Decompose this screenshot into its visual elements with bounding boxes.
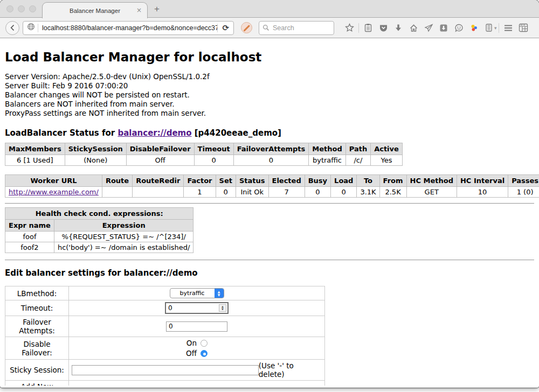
col-elected: Elected [268, 175, 305, 187]
new-tab-button[interactable]: + [154, 4, 160, 13]
health-check-row: foof2 hc('body') =~ /domain is establish… [5, 242, 194, 253]
col-maxmembers: MaxMembers [5, 143, 65, 155]
col-to: To [357, 175, 379, 187]
col-passes: Passes [508, 175, 539, 187]
server-built-line: Server Built: Feb 9 2016 07:00:20 [5, 81, 534, 90]
timeout-input-field[interactable] [166, 303, 218, 313]
from-value: 2.5K [379, 187, 406, 198]
zoom-window-button[interactable] [29, 5, 36, 12]
worker-url-link[interactable]: http://www.example.com/ [9, 188, 99, 196]
radio-off-label: Off [186, 349, 197, 358]
toolbar-separator [358, 23, 359, 33]
bookmarks-clipboard-icon[interactable] [361, 23, 376, 32]
search-placeholder: Search [273, 24, 294, 32]
close-window-button[interactable] [6, 5, 13, 12]
factor-value: 1 [184, 187, 216, 198]
status-heading-prefix: LoadBalancer Status for [5, 128, 118, 138]
content-blocked-icon[interactable] [241, 22, 252, 33]
passes-value: 1 (0) [508, 187, 539, 198]
col-worker-url: Worker URL [5, 175, 102, 187]
bookmark-star-icon[interactable] [342, 23, 357, 32]
add-worker-row: Add New Worker: Are you sure? [5, 381, 325, 386]
persist-warning-line: Balancer changes will NOT be persisted o… [5, 90, 534, 100]
balancer-status-table: MaxMembers StickySession DisableFailover… [5, 143, 403, 166]
health-check-title: Health check cond. expressions: [5, 208, 194, 220]
balancer-settings-form: LBmethod: bytraffic ▲▼ Timeout: [5, 286, 325, 386]
disable-failover-label: Disable Failover: [5, 337, 69, 360]
minimize-window-button[interactable] [18, 5, 25, 12]
expression-value: %{REQUEST_STATUS} =~ /^[234]/ [54, 232, 194, 242]
send-tab-icon[interactable] [421, 24, 436, 32]
balancers-inherit-line: Balancers are NOT inherited from main se… [5, 100, 534, 109]
balancer-status-header-row: MaxMembers StickySession DisableFailover… [5, 143, 403, 155]
health-check-row: foof %{REQUEST_STATUS} =~ /^[234]/ [5, 232, 194, 242]
path-value: /c/ [345, 155, 370, 166]
col-load: Load [331, 175, 357, 187]
route-value [102, 187, 132, 198]
failoverattempts-value: 0 [233, 155, 309, 166]
site-identity-globe-icon[interactable] [27, 23, 35, 33]
col-disablefailover: DisableFailover [126, 143, 194, 155]
col-busy: Busy [305, 175, 330, 187]
server-version-line: Server Version: Apache/2.5.0-dev (Unix) … [5, 72, 534, 81]
sticky-session-input[interactable] [72, 365, 259, 375]
worker-table: Worker URL Route RouteRedir Factor Set S… [5, 174, 539, 198]
search-icon [262, 24, 270, 31]
tab-title: Balancer Manager [70, 8, 120, 14]
expression-value: hc('body') =~ /domain is established/ [54, 242, 194, 253]
active-value: Yes [371, 155, 403, 166]
expr-name-value: foof [5, 232, 54, 242]
failover-attempts-input[interactable] [166, 321, 227, 332]
lbmethod-select[interactable]: bytraffic ▲▼ [170, 288, 224, 298]
toolbar-separator [499, 23, 499, 33]
col-hc-method: HC Method [406, 175, 457, 187]
window-controls[interactable] [6, 5, 36, 12]
col-factor: Factor [184, 175, 216, 187]
menu-hamburger-icon[interactable] [501, 24, 516, 32]
disable-failover-on-radio[interactable] [201, 340, 208, 347]
back-button[interactable] [5, 21, 19, 35]
extensions-dots-icon[interactable] [466, 24, 481, 32]
method-value: bytraffic [309, 155, 345, 166]
disablefailover-value: Off [126, 155, 194, 166]
disable-failover-off-radio[interactable] [201, 350, 208, 357]
tile-grid-icon[interactable] [516, 23, 531, 32]
col-expr-name: Expr name [5, 220, 54, 232]
url-text[interactable]: localhost:8880/balancer-manager?b=demo&n… [38, 24, 217, 32]
downloads-arrow-icon[interactable] [391, 24, 406, 32]
maxmembers-value: 6 [1 Used] [5, 155, 65, 166]
number-spinner-icon[interactable]: ▲▼ [219, 304, 226, 312]
pocket-icon[interactable] [376, 24, 391, 32]
search-bar[interactable]: Search [259, 21, 334, 35]
col-set: Set [216, 175, 236, 187]
url-bar[interactable]: localhost:8880/balancer-manager?b=demo&n… [23, 21, 234, 35]
hc-method-value: GET [406, 187, 457, 198]
tab-balancer-manager[interactable]: Balancer Manager × [42, 2, 148, 18]
col-from: From [379, 175, 406, 187]
balancer-demo-link[interactable]: balancer://demo [118, 128, 191, 138]
home-icon[interactable] [406, 24, 421, 32]
tab-close-icon[interactable]: × [136, 6, 142, 14]
col-expression: Expression [54, 220, 194, 232]
reload-icon[interactable]: ⟳ [222, 23, 229, 33]
health-check-header-row: Expr name Expression [5, 220, 194, 232]
timeout-value: 0 [194, 155, 233, 166]
health-check-title-row: Health check cond. expressions: [5, 208, 194, 220]
timeout-input[interactable]: ▲▼ [165, 302, 229, 314]
col-method: Method [309, 143, 345, 155]
lbmethod-selected-value: bytraffic [170, 289, 215, 298]
loadbalancer-status-heading: LoadBalancer Status for balancer://demo … [5, 128, 534, 138]
worker-row: http://www.example.com/ 1 0 Init Ok 7 0 … [5, 187, 539, 198]
sticky-session-hint: (Use '-' to delete) [259, 361, 322, 379]
feedback-smiley-icon[interactable] [451, 24, 466, 32]
archive-dropdown-caret-icon[interactable]: ▾ [494, 25, 497, 31]
page-content: Load Balancer Manager for localhost Serv… [0, 38, 539, 386]
back-arrow-icon [9, 24, 16, 31]
lbmethod-row: LBmethod: bytraffic ▲▼ [5, 286, 325, 300]
col-route: Route [102, 175, 132, 187]
browser-window: Balancer Manager × + localhost:8880/bala… [0, 0, 539, 388]
expr-name-value: foof2 [5, 242, 54, 253]
download-panel-icon[interactable] [436, 24, 451, 32]
elected-value: 7 [268, 187, 305, 198]
sticky-session-row: Sticky Session: (Use '-' to delete) [5, 360, 325, 381]
